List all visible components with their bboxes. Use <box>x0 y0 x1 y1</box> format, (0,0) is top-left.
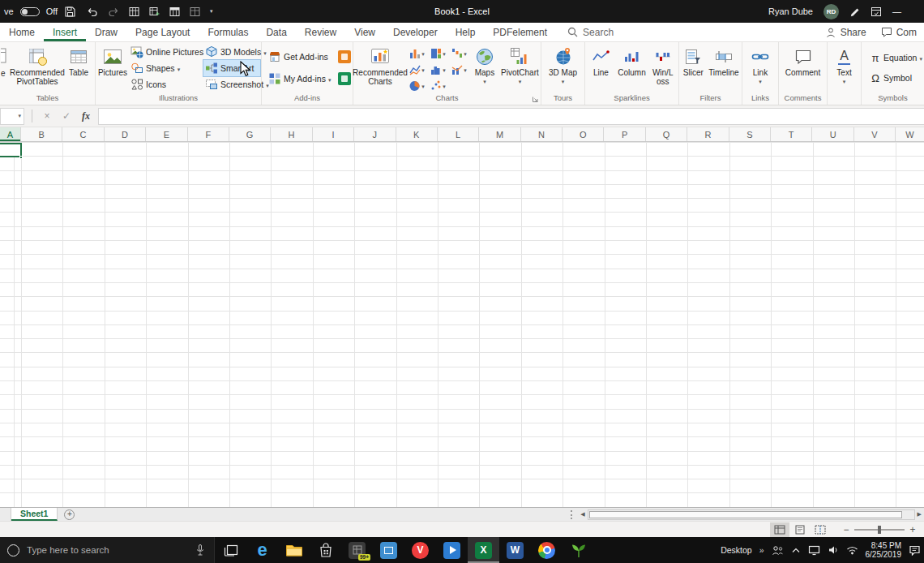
screenshot-button[interactable]: Screenshot ▾ <box>203 76 260 92</box>
autosave-toggle[interactable] <box>20 7 40 16</box>
timeline-button[interactable]: Timeline <box>707 43 741 92</box>
column-header-W[interactable]: W <box>896 127 924 141</box>
insert-pie-chart-button[interactable]: ▾ <box>406 77 427 93</box>
qat-table-icon-1[interactable] <box>129 6 139 17</box>
3d-models-button[interactable]: 3D Models ▾ <box>203 44 260 60</box>
text-button[interactable]: A Text ▾ <box>828 43 860 92</box>
sparkline-line-button[interactable]: Line <box>586 43 616 92</box>
horizontal-scrollbar-thumb[interactable] <box>589 511 902 518</box>
app-icon-sprout[interactable] <box>563 537 594 563</box>
edge-icon[interactable]: e <box>246 537 278 563</box>
my-addins-button[interactable]: My Add-ins ▾ <box>267 71 332 87</box>
user-name[interactable]: Ryan Dube <box>768 6 813 16</box>
network-wifi-icon[interactable] <box>846 546 858 555</box>
qat-table-icon-3[interactable] <box>169 6 180 17</box>
app-icon-media[interactable] <box>436 537 468 563</box>
smartart-button[interactable]: SmartArt <box>203 60 260 76</box>
tab-help[interactable]: Help <box>447 23 485 41</box>
people-icon[interactable] <box>772 545 784 556</box>
get-addins-button[interactable]: Get Add-ins <box>267 49 330 65</box>
zoom-out-button[interactable]: − <box>841 524 851 535</box>
column-header-I[interactable]: I <box>313 127 354 141</box>
column-header-O[interactable]: O <box>563 127 604 141</box>
tab-developer[interactable]: Developer <box>384 23 447 41</box>
horizontal-scrollbar[interactable] <box>588 509 915 520</box>
action-center-icon[interactable] <box>909 544 921 556</box>
tab-split-handle[interactable] <box>571 510 575 519</box>
maps-button[interactable]: Maps ▾ <box>469 43 500 92</box>
microphone-icon[interactable] <box>194 544 207 557</box>
pivotchart-button[interactable]: PivotChart ▾ <box>500 43 540 92</box>
microsoft-store-icon[interactable] <box>310 537 341 563</box>
pictures-button[interactable]: Pictures <box>96 43 129 92</box>
column-header-N[interactable]: N <box>521 127 563 141</box>
word-taskbar-icon[interactable]: W <box>499 537 531 563</box>
zoom-slider-knob[interactable] <box>878 526 881 534</box>
tab-review[interactable]: Review <box>296 23 345 41</box>
vivaldi-icon[interactable]: V <box>404 537 436 563</box>
tab-view[interactable]: View <box>345 23 384 41</box>
name-box[interactable]: ▾ <box>0 108 24 125</box>
insert-hierarchy-chart-button[interactable]: ▾ <box>427 45 448 61</box>
excel-taskbar-icon[interactable]: X <box>468 537 499 563</box>
insert-combo-chart-button[interactable]: ▾ <box>448 61 469 77</box>
fill-handle[interactable] <box>19 156 23 159</box>
insert-line-chart-button[interactable]: ▾ <box>406 61 427 77</box>
column-header-H[interactable]: H <box>271 127 312 141</box>
tab-formulas[interactable]: Formulas <box>199 23 257 41</box>
spreadsheet-grid[interactable] <box>0 142 924 507</box>
task-view-button[interactable] <box>215 537 246 563</box>
sheet-tab-sheet1[interactable]: Sheet1 <box>11 508 58 521</box>
formula-bar-grip[interactable] <box>32 110 32 122</box>
taskbar-clock[interactable]: 8:45 PM 6/25/2019 <box>866 541 902 559</box>
desktop-toolbar[interactable]: Desktop <box>721 545 752 555</box>
undo-icon[interactable] <box>87 6 98 17</box>
column-header-D[interactable]: D <box>105 127 146 141</box>
link-button[interactable]: Link ▾ <box>743 43 777 92</box>
tab-insert[interactable]: Insert <box>44 23 86 41</box>
column-header-Q[interactable]: Q <box>646 127 687 141</box>
page-layout-view-button[interactable] <box>790 522 810 537</box>
search-box[interactable]: Search <box>558 23 623 41</box>
insert-scatter-chart-button[interactable]: ▾ <box>427 77 448 93</box>
ink-pen-icon[interactable] <box>849 6 860 17</box>
addin-shortcut-green-icon[interactable] <box>338 72 351 85</box>
insert-function-button[interactable]: fx <box>79 110 93 122</box>
shapes-button[interactable]: Shapes ▾ <box>129 60 203 76</box>
qat-customize-caret-icon[interactable]: ▾ <box>210 8 213 15</box>
recommended-pivottables-button[interactable]: Recommended PivotTables <box>11 43 63 92</box>
ribbon-display-options-icon[interactable] <box>871 6 882 17</box>
column-header-B[interactable]: B <box>21 127 62 141</box>
app-icon-badged[interactable]: 99+ <box>341 537 373 563</box>
column-header-A[interactable]: A <box>0 127 21 141</box>
file-explorer-icon[interactable] <box>278 537 310 563</box>
column-header-M[interactable]: M <box>479 127 520 141</box>
minimize-button[interactable]: — <box>892 6 901 16</box>
tab-page-layout[interactable]: Page Layout <box>126 23 199 41</box>
column-header-S[interactable]: S <box>729 127 771 141</box>
recommended-charts-button[interactable]: Recommended Charts <box>354 43 406 92</box>
symbol-button[interactable]: Ω Symbol <box>868 70 913 86</box>
cancel-button[interactable]: × <box>40 110 54 122</box>
sparkline-winloss-button[interactable]: Win/Loss <box>648 43 678 92</box>
tab-home[interactable]: Home <box>0 23 44 41</box>
online-pictures-button[interactable]: Online Pictures <box>129 44 203 60</box>
volume-icon[interactable] <box>828 545 839 555</box>
column-header-F[interactable]: F <box>188 127 229 141</box>
hidden-icons-chevron[interactable] <box>791 547 801 553</box>
page-break-view-button[interactable] <box>811 522 830 537</box>
qat-table-icon-2[interactable] <box>149 6 160 17</box>
column-header-E[interactable]: E <box>146 127 187 141</box>
addin-shortcut-orange-icon[interactable] <box>338 50 351 63</box>
user-avatar[interactable]: RD <box>823 4 839 19</box>
column-header-U[interactable]: U <box>812 127 853 141</box>
insert-waterfall-chart-button[interactable]: ▾ <box>448 45 469 61</box>
slicer-button[interactable]: Slicer <box>680 43 707 92</box>
share-button[interactable]: Share <box>818 23 874 41</box>
column-header-J[interactable]: J <box>354 127 396 141</box>
active-cell[interactable] <box>0 143 22 157</box>
chrome-icon[interactable] <box>531 537 563 563</box>
sparkline-column-button[interactable]: Column <box>616 43 648 92</box>
column-header-C[interactable]: C <box>62 127 104 141</box>
new-sheet-button[interactable]: + <box>64 509 75 520</box>
